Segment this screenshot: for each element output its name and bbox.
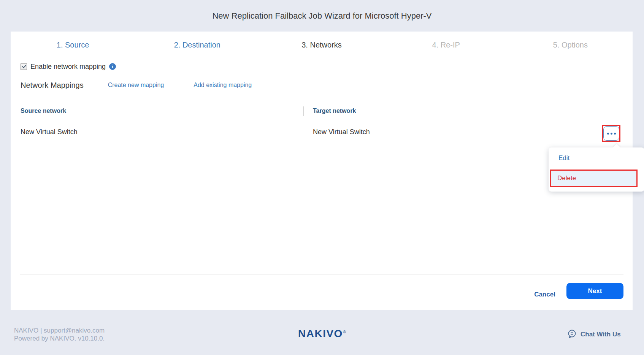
tab-networks[interactable]: 3. Networks — [259, 32, 384, 58]
add-existing-mapping-link[interactable]: Add existing mapping — [194, 82, 252, 89]
nakivo-logo: NAKIVO® — [298, 328, 346, 339]
nakivo-logo-wrap: NAKIVO® — [0, 328, 644, 340]
create-new-mapping-link[interactable]: Create new mapping — [108, 82, 164, 89]
cancel-button[interactable]: Cancel — [532, 287, 557, 302]
target-network-header: Target network — [313, 108, 356, 114]
row-context-menu: Edit Delete — [549, 147, 644, 192]
tab-destination[interactable]: 2. Destination — [135, 32, 259, 58]
enable-network-mapping-label: Enable network mapping — [30, 63, 106, 71]
wizard-steps: 1. Source 2. Destination 3. Networks 4. … — [11, 32, 633, 58]
chat-bubble-icon — [567, 329, 577, 340]
registered-mark: ® — [343, 330, 346, 334]
tab-options: 5. Options — [508, 32, 633, 58]
source-network-value: New Virtual Switch — [21, 128, 78, 136]
ellipsis-menu-icon — [607, 133, 609, 135]
source-network-header: Source network — [21, 108, 66, 114]
delete-highlight-box: Delete — [550, 170, 638, 187]
footer-divider — [20, 274, 623, 274]
target-network-value: New Virtual Switch — [313, 128, 370, 136]
page-title: New Replication Failback Job Wizard for … — [0, 11, 644, 21]
menu-item-delete[interactable]: Delete — [557, 174, 576, 182]
page: New Replication Failback Job Wizard for … — [0, 0, 644, 355]
chat-with-us[interactable]: Chat With Us — [567, 329, 621, 340]
tab-source[interactable]: 1. Source — [11, 32, 135, 58]
info-icon[interactable]: i — [109, 63, 116, 70]
column-divider — [303, 106, 304, 116]
next-button[interactable]: Next — [566, 283, 623, 299]
mappings-table-header: Source network Target network — [11, 106, 633, 116]
wizard-card: 1. Source 2. Destination 3. Networks 4. … — [11, 32, 633, 310]
enable-network-mapping-row: Enable network mapping i — [21, 62, 116, 71]
menu-item-edit[interactable]: Edit — [549, 147, 644, 169]
chat-with-us-label: Chat With Us — [581, 331, 621, 338]
row-menu-highlight-box — [602, 125, 620, 142]
row-menu-button[interactable] — [603, 126, 619, 141]
network-mappings-heading: Network Mappings — [21, 81, 84, 90]
network-mappings-toolbar: Network Mappings Create new mapping Add … — [21, 79, 252, 92]
enable-network-mapping-checkbox[interactable] — [21, 63, 27, 70]
mapping-table-row: New Virtual Switch New Virtual Switch — [11, 127, 633, 138]
tab-re-ip: 4. Re-IP — [384, 32, 508, 58]
